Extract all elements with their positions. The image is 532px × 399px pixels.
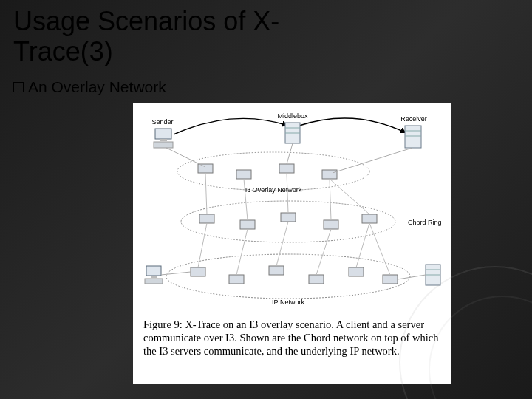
svg-line-27 (330, 179, 369, 214)
middlebox-icon (285, 123, 300, 143)
svg-rect-11 (236, 170, 251, 179)
subtitle-row: An Overlay Network (13, 78, 166, 96)
svg-rect-29 (191, 267, 205, 276)
svg-line-26 (330, 179, 331, 220)
svg-rect-33 (349, 267, 364, 276)
i3-label: I3 Overlay Network (245, 186, 302, 194)
receiver-label: Receiver (400, 115, 427, 123)
svg-line-36 (236, 229, 248, 275)
svg-rect-41 (146, 266, 161, 276)
square-bullet-icon (13, 82, 24, 92)
middlebox-label: Middlebox (277, 112, 308, 120)
svg-rect-19 (240, 220, 255, 229)
svg-rect-2 (154, 142, 173, 148)
svg-line-40 (369, 223, 390, 275)
ip-label: IP Network (272, 299, 304, 306)
sender-label: Sender (151, 118, 173, 126)
svg-rect-22 (362, 214, 377, 223)
svg-rect-32 (309, 275, 324, 284)
svg-line-39 (356, 223, 369, 267)
sender-icon (154, 129, 173, 148)
svg-rect-13 (322, 170, 337, 179)
svg-line-37 (276, 222, 288, 266)
svg-rect-43 (145, 279, 163, 284)
svg-line-24 (244, 179, 248, 220)
svg-line-38 (316, 229, 331, 275)
ip-server-icon (426, 265, 440, 285)
svg-rect-18 (200, 214, 214, 223)
slide-title: Usage Scenarios of X- Trace(3) (13, 6, 279, 67)
overlay-network-diagram: Sender Middlebox Receiver I3 Overl (133, 103, 451, 310)
svg-line-16 (332, 148, 412, 173)
svg-rect-0 (155, 129, 171, 139)
svg-rect-21 (324, 220, 338, 229)
svg-line-15 (287, 143, 293, 164)
svg-rect-1 (160, 139, 167, 141)
svg-line-14 (166, 148, 205, 167)
svg-rect-12 (279, 164, 294, 173)
receiver-icon (405, 126, 421, 148)
svg-rect-10 (198, 164, 213, 173)
svg-line-48 (398, 275, 426, 279)
ip-client-icon (145, 266, 163, 284)
svg-rect-31 (269, 266, 284, 275)
svg-rect-42 (151, 276, 157, 278)
svg-line-44 (161, 272, 191, 275)
svg-rect-34 (383, 275, 398, 284)
svg-rect-6 (405, 126, 421, 148)
title-line-2: Trace(3) (13, 36, 113, 66)
svg-rect-30 (229, 275, 244, 284)
subtitle-text: An Overlay Network (28, 78, 166, 96)
title-line-1: Usage Scenarios of X- (13, 6, 279, 36)
ip-network-cloud (166, 254, 410, 299)
svg-rect-20 (281, 213, 296, 222)
svg-line-35 (198, 223, 207, 267)
chord-label: Chord Ring (408, 219, 442, 226)
